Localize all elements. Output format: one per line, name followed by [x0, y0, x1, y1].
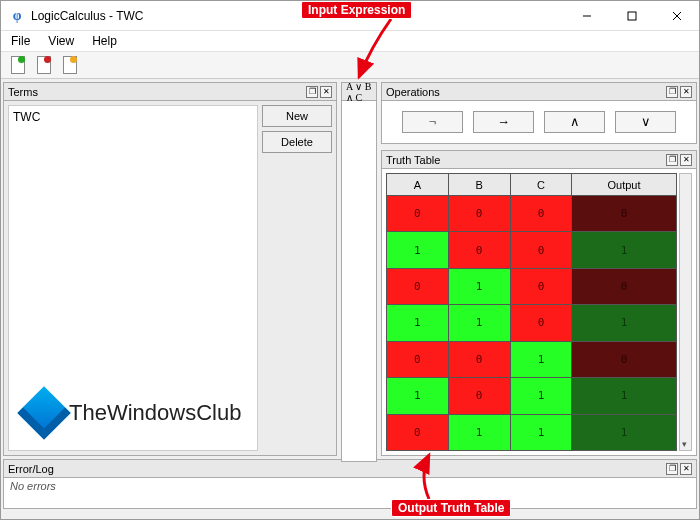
op-implies-button[interactable]: →	[473, 111, 534, 133]
logo-text: TheWindowsClub	[69, 400, 241, 426]
truth-table-cell: 1	[387, 305, 449, 341]
truth-table-undock-icon[interactable]: ❐	[666, 154, 678, 166]
window-title: LogicCalculus - TWC	[31, 9, 564, 23]
error-panel-title: Error/Log	[8, 463, 664, 475]
truth-table-panel-header: Truth Table ❐ ✕	[382, 151, 696, 169]
menu-bar: File View Help	[1, 31, 699, 51]
truth-table-cell: 0	[510, 196, 572, 232]
terms-undock-icon[interactable]: ❐	[306, 86, 318, 98]
truth-table-cell: 1	[387, 232, 449, 268]
truth-table-cell: 0	[572, 341, 676, 377]
truth-table-cell: 0	[572, 196, 676, 232]
watermark-logo: TheWindowsClub	[25, 394, 241, 432]
truth-table-cell: 0	[448, 196, 510, 232]
truth-table-cell: 1	[510, 378, 572, 414]
terms-panel-header: Terms ❐ ✕	[4, 83, 336, 101]
op-and-button[interactable]: ∧	[544, 111, 605, 133]
menu-file[interactable]: File	[5, 32, 36, 50]
truth-table-cell: 1	[448, 305, 510, 341]
truth-table-scrollbar[interactable]	[679, 173, 692, 451]
truth-table-cell: 1	[572, 378, 676, 414]
delete-button[interactable]: Delete	[262, 131, 332, 153]
maximize-icon	[627, 11, 637, 21]
truth-table-row: 0000	[387, 196, 677, 232]
truth-table-row: 1011	[387, 378, 677, 414]
truth-table-cell: 1	[572, 305, 676, 341]
truth-table-cell: 0	[387, 414, 449, 450]
truth-table-cell: 0	[510, 232, 572, 268]
error-undock-icon[interactable]: ❐	[666, 463, 678, 475]
terms-list-item[interactable]: TWC	[13, 110, 253, 124]
truth-table-row: 0100	[387, 268, 677, 304]
operations-undock-icon[interactable]: ❐	[666, 86, 678, 98]
truth-table-cell: 1	[448, 268, 510, 304]
truth-table-header: Output	[572, 174, 676, 196]
truth-table-cell: 0	[387, 268, 449, 304]
op-not-button[interactable]: ¬	[402, 111, 463, 133]
window-controls	[564, 1, 699, 30]
truth-table-cell: 0	[387, 341, 449, 377]
truth-table-panel-title: Truth Table	[386, 154, 664, 166]
menu-view[interactable]: View	[42, 32, 80, 50]
error-close-icon[interactable]: ✕	[680, 463, 692, 475]
truth-table-cell: 0	[510, 305, 572, 341]
annotation-output-label: Output Truth Table	[391, 499, 511, 517]
truth-table-cell: 1	[572, 232, 676, 268]
close-button[interactable]	[654, 1, 699, 30]
truth-table-cell: 0	[572, 268, 676, 304]
op-or-button[interactable]: ∨	[615, 111, 676, 133]
operations-panel-header: Operations ❐ ✕	[382, 83, 696, 101]
minimize-button[interactable]	[564, 1, 609, 30]
truth-table: ABCOutput 0000100101001101001010110111	[386, 173, 677, 451]
truth-table-close-icon[interactable]: ✕	[680, 154, 692, 166]
terms-panel-title: Terms	[8, 86, 304, 98]
minimize-icon	[582, 11, 592, 21]
toolbar-new-doc[interactable]	[7, 54, 29, 76]
error-text: No errors	[4, 478, 696, 508]
expression-body[interactable]	[342, 101, 376, 461]
truth-table-row: 1101	[387, 305, 677, 341]
annotation-input-arrow	[351, 17, 401, 87]
logo-icon	[17, 386, 71, 440]
truth-table-cell: 0	[448, 378, 510, 414]
terms-close-icon[interactable]: ✕	[320, 86, 332, 98]
close-icon	[672, 11, 682, 21]
app-icon: φ	[9, 8, 25, 24]
svg-rect-1	[628, 12, 636, 20]
truth-table-cell: 1	[448, 414, 510, 450]
truth-table-cell: 0	[448, 341, 510, 377]
error-panel: Error/Log ❐ ✕ No errors	[3, 459, 697, 509]
maximize-button[interactable]	[609, 1, 654, 30]
truth-table-cell: 0	[510, 268, 572, 304]
truth-table-row: 0010	[387, 341, 677, 377]
truth-table-cell: 1	[387, 378, 449, 414]
truth-table-cell: 1	[572, 414, 676, 450]
truth-table-cell: 1	[510, 341, 572, 377]
truth-table-cell: 1	[510, 414, 572, 450]
new-button[interactable]: New	[262, 105, 332, 127]
terms-list[interactable]: TWC TheWindowsClub	[8, 105, 258, 451]
toolbar-run-doc[interactable]	[59, 54, 81, 76]
truth-table-cell: 0	[387, 196, 449, 232]
annotation-output-arrow	[409, 451, 449, 501]
operations-panel-title: Operations	[386, 86, 664, 98]
toolbar	[1, 51, 699, 79]
operations-close-icon[interactable]: ✕	[680, 86, 692, 98]
main-content: Terms ❐ ✕ TWC TheWindowsClub New Delete	[1, 79, 699, 459]
truth-table-header: B	[448, 174, 510, 196]
truth-table-row: 0111	[387, 414, 677, 450]
truth-table-header: C	[510, 174, 572, 196]
truth-table-cell: 0	[448, 232, 510, 268]
menu-help[interactable]: Help	[86, 32, 123, 50]
truth-table-header: A	[387, 174, 449, 196]
truth-table-row: 1001	[387, 232, 677, 268]
toolbar-open-doc[interactable]	[33, 54, 55, 76]
annotation-input-label: Input Expression	[301, 1, 412, 19]
